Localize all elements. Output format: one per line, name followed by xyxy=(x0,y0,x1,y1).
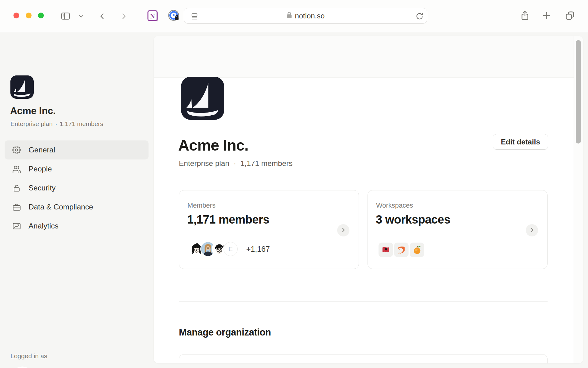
shrimp-icon xyxy=(394,243,409,257)
sidebar-item-label: General xyxy=(28,146,55,154)
members-card-label: Members xyxy=(187,201,216,209)
reload-icon xyxy=(416,12,424,20)
members-card-title: 1,171 members xyxy=(187,213,269,226)
sailboat-icon xyxy=(187,83,218,117)
scrollbar-thumb[interactable] xyxy=(576,40,581,144)
notion-extension-icon: N xyxy=(147,17,159,23)
settings-sidebar: Acme Inc. Enterprise plan · 1,171 member… xyxy=(0,32,154,368)
tangerine-icon xyxy=(410,243,424,257)
people-icon xyxy=(12,164,21,174)
workspaces-card[interactable]: Workspaces 3 workspaces xyxy=(368,190,548,269)
org-plan: Enterprise plan xyxy=(179,159,229,168)
scrollbar-track[interactable] xyxy=(574,36,583,363)
manage-organization-heading: Manage organization xyxy=(179,327,271,338)
share-icon xyxy=(520,10,530,21)
sidebar-toggle-icon xyxy=(60,11,71,21)
chevron-right-icon xyxy=(340,227,346,234)
zoom-window-button[interactable] xyxy=(38,13,44,18)
members-overflow-count: +1,167 xyxy=(246,245,270,254)
members-card-chevron-button[interactable] xyxy=(337,224,349,236)
logged-in-as-label: Logged in as xyxy=(10,352,47,360)
address-bar[interactable]: notion.so xyxy=(184,8,427,24)
sidebar-item-people[interactable]: People xyxy=(5,159,149,178)
trend-chart-icon xyxy=(12,221,21,231)
members-avatar-stack: E +1,167 xyxy=(190,242,270,256)
tab-overview-icon xyxy=(565,10,575,21)
sidebar-org-member-count: 1,171 members xyxy=(60,120,103,128)
sidebar-item-label: Security xyxy=(28,184,56,192)
workspaces-card-label: Workspaces xyxy=(376,201,413,209)
section-divider xyxy=(179,301,548,302)
sidebar-nav: General People Security xyxy=(5,140,149,236)
albanian-flag-icon xyxy=(379,243,393,257)
sidebar-org-name: Acme Inc. xyxy=(10,105,55,117)
notion-extension-button[interactable]: N xyxy=(147,10,159,22)
sticky-header-band xyxy=(154,36,574,78)
sidebar-item-label: Data & Compliance xyxy=(28,203,93,211)
org-subtitle: Enterprise plan · 1,171 members xyxy=(179,159,292,168)
edit-details-button[interactable]: Edit details xyxy=(493,134,548,150)
org-logo xyxy=(10,75,34,99)
minimize-window-button[interactable] xyxy=(26,13,32,18)
share-button[interactable] xyxy=(518,9,532,23)
sidebar-item-data-compliance[interactable]: Data & Compliance xyxy=(5,197,149,217)
plus-icon xyxy=(542,11,551,20)
sidebar-item-security[interactable]: Security xyxy=(5,178,149,197)
sidebar-menu-chevron[interactable] xyxy=(77,12,85,20)
forward-button[interactable] xyxy=(118,10,129,22)
chevron-down-icon xyxy=(78,13,84,19)
sidebar-item-analytics[interactable]: Analytics xyxy=(5,217,149,236)
page-title-org-name: Acme Inc. xyxy=(178,136,248,154)
workspaces-card-title: 3 workspaces xyxy=(376,213,450,226)
gear-icon xyxy=(12,145,21,155)
sidebar-toggle-button[interactable] xyxy=(59,9,72,23)
lock-icon xyxy=(12,183,21,193)
sidebar-item-label: Analytics xyxy=(28,222,58,230)
chevron-right-icon xyxy=(120,12,128,21)
org-member-count: 1,171 members xyxy=(240,159,292,168)
chevron-right-icon xyxy=(529,227,535,234)
tls-lock-icon xyxy=(286,12,292,20)
reload-button[interactable] xyxy=(415,11,424,21)
manage-organization-card[interactable] xyxy=(179,354,548,363)
back-button[interactable] xyxy=(97,10,108,22)
browser-toolbar: N xyxy=(0,0,588,32)
members-card[interactable]: Members 1,171 members E +1,167 xyxy=(179,190,359,269)
letter-avatar: E xyxy=(224,242,238,256)
onepassword-extension-button[interactable] xyxy=(168,9,180,22)
svg-text:N: N xyxy=(150,12,155,20)
chevron-left-icon xyxy=(98,12,106,21)
workspaces-card-chevron-button[interactable] xyxy=(526,224,538,236)
separator-dot: · xyxy=(234,159,236,168)
org-logo-large xyxy=(181,77,224,120)
onepassword-extension-icon xyxy=(168,17,180,23)
separator-dot: · xyxy=(55,120,57,128)
close-window-button[interactable] xyxy=(13,13,19,18)
briefcase-icon xyxy=(12,202,21,212)
sidebar-org-subtitle: Enterprise plan · 1,171 members xyxy=(10,120,103,128)
settings-main-panel: Acme Inc. Enterprise plan · 1,171 member… xyxy=(154,36,583,363)
workspace-icon-row xyxy=(379,243,424,257)
sailboat-icon xyxy=(13,79,31,97)
tab-overview-button[interactable] xyxy=(563,9,577,23)
sidebar-org-plan: Enterprise plan xyxy=(10,120,53,128)
user-avatar xyxy=(10,366,34,368)
sidebar-item-label: People xyxy=(28,165,52,173)
new-tab-button[interactable] xyxy=(540,9,553,23)
address-host: notion.so xyxy=(295,12,325,20)
sidebar-item-general[interactable]: General xyxy=(5,140,149,159)
